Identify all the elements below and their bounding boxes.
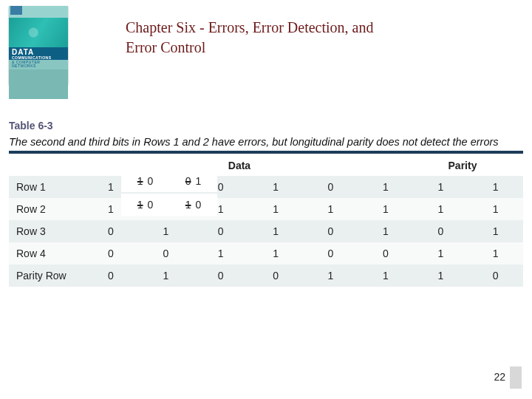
data-cell: 1	[413, 198, 468, 220]
parity-cell: 1	[468, 242, 523, 265]
data-cell: 1	[248, 242, 303, 265]
data-cell: 0	[303, 242, 358, 265]
data-cell: 0	[83, 242, 138, 265]
data-cell: 0	[138, 242, 193, 265]
parity-cell: 0	[468, 265, 523, 287]
table-label: Table 6-3	[9, 120, 523, 132]
parity-cell: 1	[468, 198, 523, 220]
data-cell: 1	[303, 198, 358, 220]
data-cell: 1	[303, 265, 358, 287]
data-cell: 0	[193, 265, 248, 287]
data-cell: 1	[193, 242, 248, 265]
data-cell: 1	[358, 176, 413, 198]
page-number-tab	[510, 366, 522, 389]
table-row: Parity Row01001110	[9, 265, 523, 287]
parity-cell: 1	[468, 220, 523, 242]
data-cell: 1	[248, 220, 303, 242]
error-overlay-row1: 1 0 0 1	[121, 170, 217, 192]
data-cell: 0	[358, 242, 413, 265]
book-title-line3: & COMPUTER NETWORKS	[9, 60, 68, 69]
data-cell: 1	[138, 220, 193, 242]
data-cell: 1	[358, 265, 413, 287]
data-cell: 1	[138, 265, 193, 287]
book-cover-thumbnail: DATA COMMUNICATIONS & COMPUTER NETWORKS	[9, 6, 68, 84]
table-row: Row 111010111	[9, 176, 523, 198]
table-row: Row 301010101	[9, 220, 523, 242]
data-cell: 0	[83, 265, 138, 287]
chapter-title: Chapter Six - Errors, Error Detection, a…	[126, 18, 406, 58]
parity-cell: 1	[468, 176, 523, 198]
data-cell: 1	[358, 220, 413, 242]
row-label: Parity Row	[9, 265, 83, 287]
row-label: Row 1	[9, 176, 83, 198]
data-cell: 1	[248, 198, 303, 220]
data-cell: 0	[248, 265, 303, 287]
row-label: Row 2	[9, 198, 83, 220]
data-cell: 1	[413, 265, 468, 287]
table-figure: Table 6-3 The second and third bits in R…	[9, 120, 523, 287]
table-row: Row 211111111	[9, 198, 523, 220]
row-label: Row 4	[9, 242, 83, 265]
data-cell: 0	[413, 220, 468, 242]
data-cell: 1	[358, 198, 413, 220]
data-cell: 0	[193, 220, 248, 242]
error-overlay-row2: 1 0 1 0	[121, 194, 217, 216]
table-row: Row 400110011	[9, 242, 523, 265]
data-cell: 1	[413, 176, 468, 198]
data-cell: 0	[303, 220, 358, 242]
table-header-row: Data Parity	[9, 154, 523, 176]
page-number: 22	[494, 371, 505, 383]
table-header-parity: Parity	[402, 160, 523, 171]
data-cell: 1	[413, 242, 468, 265]
slide: DATA COMMUNICATIONS & COMPUTER NETWORKS …	[0, 0, 532, 399]
data-cell: 0	[83, 220, 138, 242]
row-label: Row 3	[9, 220, 83, 242]
data-cell: 1	[248, 176, 303, 198]
parity-table: Row 111010111Row 211111111Row 301010101R…	[9, 176, 523, 287]
data-cell: 0	[303, 176, 358, 198]
table-caption: The second and third bits in Rows 1 and …	[9, 136, 523, 154]
